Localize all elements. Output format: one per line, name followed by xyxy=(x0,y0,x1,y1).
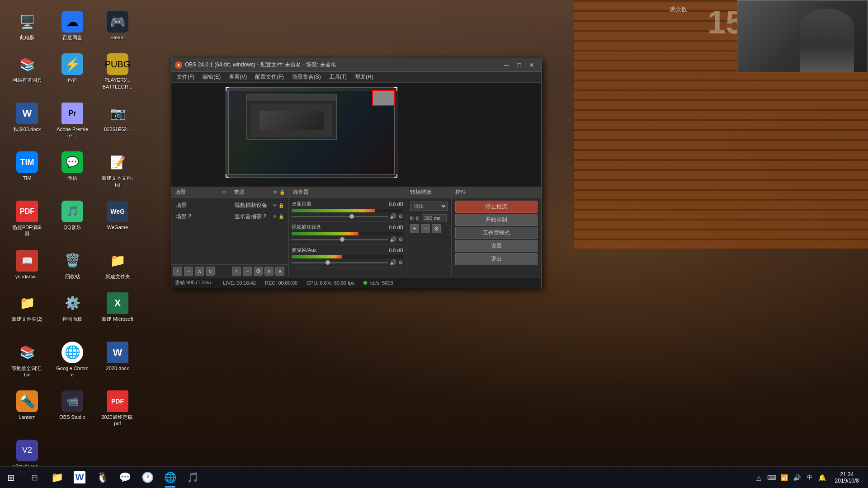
duration-input[interactable] xyxy=(422,214,447,222)
tray-keyboard[interactable]: ⌨ xyxy=(766,472,777,483)
mixer-ch2-slider[interactable] xyxy=(292,239,388,240)
scene-up-button[interactable]: ∧ xyxy=(195,267,204,276)
tray-chevron[interactable]: △ xyxy=(754,472,764,483)
tray-ime[interactable]: 中 xyxy=(804,472,815,483)
scene-remove-button[interactable]: − xyxy=(184,267,193,276)
scene-add-button[interactable]: + xyxy=(173,267,182,276)
mixer-ch1-settings-icon[interactable]: ⚙ xyxy=(398,213,403,220)
mixer-ch3-mute-icon[interactable]: 🔊 xyxy=(390,259,396,266)
taskbar-explorer[interactable]: 📁 xyxy=(46,467,68,488)
source-down-button[interactable]: ∨ xyxy=(275,267,284,276)
mixer-ch2-mute-icon[interactable]: 🔊 xyxy=(390,236,396,243)
source-lock-icon-1[interactable]: 🔒 xyxy=(278,203,284,208)
icon-baidu-disk[interactable]: ☁ 百度网盘 xyxy=(54,9,90,42)
taskbar-qqmusic[interactable]: 🎵 xyxy=(182,467,203,488)
icon-neteasy[interactable]: 📚 网易有道词典 xyxy=(9,52,45,92)
scene-down-button[interactable]: ∨ xyxy=(206,267,215,276)
icon-new-text[interactable]: 📝 新建文本文档.txt xyxy=(99,150,136,190)
source-add-button[interactable]: + xyxy=(232,267,241,276)
icon-dict-full[interactable]: 📚 部教版全词汇.bin xyxy=(9,340,45,380)
scene-item-2[interactable]: 场景 2 xyxy=(173,211,228,222)
close-button[interactable]: ✕ xyxy=(526,61,538,70)
source-remove-button[interactable]: − xyxy=(243,267,252,276)
transition-add-button[interactable]: + xyxy=(410,224,419,233)
icon-word-doc[interactable]: W 秋季03.docx xyxy=(9,101,45,141)
exit-button[interactable]: 退出 xyxy=(455,253,538,265)
mixer-ch1-mute-icon[interactable]: 🔊 xyxy=(390,213,396,220)
mixer-ch3-thumb[interactable] xyxy=(326,260,330,265)
icon-my-computer[interactable]: 🖥️ 此电脑 xyxy=(9,9,45,42)
source-eye-icon-1[interactable]: 👁 xyxy=(273,203,277,208)
mixer-ch3-settings-icon[interactable]: ⚙ xyxy=(398,259,403,266)
mixer-channel-mic: 麦克风/Aux 0.0 dB 🔊 ⚙ xyxy=(290,245,405,268)
tray-notification[interactable]: 🔔 xyxy=(817,472,828,483)
icon-chrome[interactable]: 🌐 Google Chrome xyxy=(54,340,90,380)
menu-view[interactable]: 查看(V) xyxy=(225,72,250,82)
icon-new-folder[interactable]: 📁 新建文件夹 xyxy=(99,248,136,282)
taskbar-qq[interactable]: 🐧 xyxy=(91,467,113,488)
scene-panel-settings-icon[interactable]: ⚙ xyxy=(222,190,226,195)
preview-handle-tl[interactable] xyxy=(226,87,229,91)
icon-obs-studio[interactable]: 📹 OBS Studio xyxy=(54,389,90,429)
icon-wechat[interactable]: 💬 微信 xyxy=(54,150,90,190)
source-eye-icon-2[interactable]: 👁 xyxy=(273,214,277,219)
scene-item-1[interactable]: 场景 xyxy=(173,200,228,211)
transition-type-select[interactable]: 淡出 xyxy=(410,202,448,211)
taskbar-chrome[interactable]: 🌐 xyxy=(159,467,181,488)
transition-settings-button[interactable]: ⚙ xyxy=(432,224,441,233)
mixer-ch2-settings-icon[interactable]: ⚙ xyxy=(398,236,403,243)
icon-pubg[interactable]: PUBG PLAYERУ...BATTLEGR... xyxy=(99,52,136,92)
taskbar-time: 21:34 xyxy=(840,471,854,478)
mixer-ch1-thumb[interactable] xyxy=(349,214,354,219)
icon-wegame[interactable]: WeG WeGame xyxy=(99,199,136,239)
menu-edit[interactable]: 编辑(E) xyxy=(199,72,224,82)
taskbar-task-view[interactable]: ⊟ xyxy=(24,467,45,488)
tray-volume[interactable]: 🔊 xyxy=(792,472,802,483)
studio-mode-button[interactable]: 工作室模式 xyxy=(455,227,538,239)
icon-pdf-editor[interactable]: PDF 迅捷PDF编辑器 xyxy=(9,199,45,239)
source-up-button[interactable]: ∧ xyxy=(264,267,274,276)
preview-handle-br[interactable] xyxy=(394,174,397,178)
start-record-button[interactable]: 开始录制 xyxy=(455,214,538,226)
icon-qqmusic[interactable]: 🎵 QQ音乐 xyxy=(54,199,90,239)
start-button[interactable]: ⊞ xyxy=(0,467,22,488)
icon-control-panel[interactable]: ⚙️ 控制面板 xyxy=(54,291,90,331)
preview-handle-bl[interactable] xyxy=(226,174,229,178)
icon-excel[interactable]: X 新建 Microsoft ... xyxy=(99,291,136,331)
icon-tim[interactable]: TIM TIM xyxy=(9,150,45,190)
source-eye-icon[interactable]: 👁 xyxy=(273,190,278,195)
icon-xunlei[interactable]: ⚡ 迅雷 xyxy=(54,52,90,92)
icon-recycle[interactable]: 🗑️ 回收站 xyxy=(54,248,90,282)
menu-tools[interactable]: 工具(T) xyxy=(326,72,350,82)
mixer-ch1-slider[interactable] xyxy=(292,216,388,217)
taskbar-word[interactable]: W xyxy=(69,467,90,488)
taskbar-wechat[interactable]: 💬 xyxy=(114,467,136,488)
source-item-2[interactable]: 显示器捕获 2 👁 🔒 xyxy=(232,211,287,222)
icon-82261[interactable]: 📷 82261E52... xyxy=(99,101,136,141)
menu-help[interactable]: 帮助(H) xyxy=(351,72,377,82)
taskbar-clock[interactable]: 21:34 2019/10/8 xyxy=(830,471,864,484)
menu-file[interactable]: 文件(F) xyxy=(173,72,198,82)
icon-premiere[interactable]: Pr Adobe Premiere ... xyxy=(54,101,90,141)
transition-remove-button[interactable]: − xyxy=(421,224,430,233)
minimize-button[interactable]: ─ xyxy=(500,61,512,70)
mixer-ch3-slider[interactable] xyxy=(292,262,388,263)
icon-new-folder2[interactable]: 📁 新建文件夹(2) xyxy=(9,291,45,331)
mixer-ch2-thumb[interactable] xyxy=(340,237,344,242)
source-lock-icon-2[interactable]: 🔒 xyxy=(278,214,284,219)
settings-button[interactable]: 设置 xyxy=(455,240,538,252)
tray-network[interactable]: 📶 xyxy=(779,472,790,483)
maximize-button[interactable]: □ xyxy=(513,61,525,70)
icon-steam[interactable]: 🎮 Steam xyxy=(99,9,136,42)
icon-word2020[interactable]: W 2020.docx xyxy=(99,340,136,380)
taskbar-clock-app[interactable]: 🕐 xyxy=(137,467,158,488)
icon-lantern[interactable]: 🔦 Lantern xyxy=(9,389,45,429)
icon-youdao[interactable]: 📖 youdaow... xyxy=(9,248,45,282)
menu-scene-collection[interactable]: 场景集合(S) xyxy=(288,72,325,82)
menu-profile[interactable]: 配置文件(F) xyxy=(251,72,287,82)
icon-2020pdf[interactable]: PDF 2020最终定稿.pdf xyxy=(99,389,136,429)
source-settings-button[interactable]: ⚙ xyxy=(254,267,263,276)
source-item-1[interactable]: 视频捕获设备 👁 🔒 xyxy=(232,200,287,211)
source-lock-icon[interactable]: 🔒 xyxy=(279,190,285,195)
stop-stream-button[interactable]: 停止推流 xyxy=(455,201,538,213)
